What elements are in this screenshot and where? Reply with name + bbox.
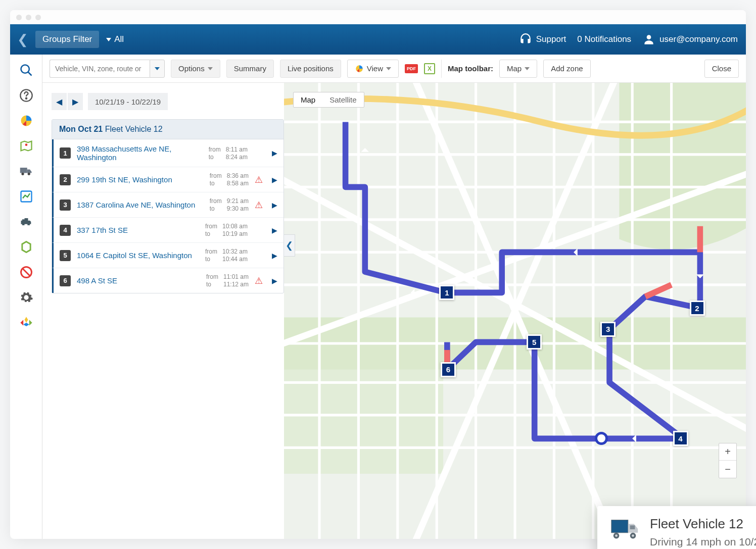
user-menu[interactable]: user@company.com [642, 33, 738, 46]
map-marker-5[interactable]: 5 [527, 334, 542, 350]
trip-times: from10:08 amto10:19 am [205, 223, 248, 237]
caret-down-icon [155, 67, 160, 70]
map-type-satellite[interactable]: Satellite [322, 92, 363, 107]
warning-icon: ⚠ [255, 199, 263, 211]
summary-button[interactable]: Summary [226, 60, 274, 78]
svg-point-51 [632, 534, 634, 537]
back-button[interactable]: ❮ [10, 32, 35, 47]
expand-icon: ▶ [272, 201, 277, 209]
expand-icon: ▶ [272, 149, 277, 157]
caret-down-icon [208, 67, 213, 70]
trip-row[interactable]: 6498 A St SEfrom11:01 amto11:12 am⚠▶ [52, 268, 284, 293]
support-label: Support [536, 34, 566, 44]
nav-help[interactable] [10, 83, 42, 108]
groups-filter-button[interactable]: Groups Filter [35, 31, 99, 48]
zoom-in-button[interactable]: + [719, 443, 736, 461]
expand-icon: ▶ [272, 252, 277, 260]
zoom-out-button[interactable]: − [719, 461, 736, 478]
date-next-button[interactable]: ▶ [68, 93, 83, 110]
map-type-map[interactable]: Map [294, 92, 322, 107]
view-button[interactable]: View [347, 60, 399, 78]
popup-status: Driving 14 mph on 10/21/19 at 10:39:14 [650, 535, 756, 549]
pie-chart-icon [355, 64, 364, 73]
svg-point-4 [26, 98, 27, 99]
page-toolbar: Options Summary Live positions View PDF … [42, 55, 746, 83]
map-layer-button[interactable]: Map [499, 60, 537, 78]
map-marker-6[interactable]: 6 [441, 362, 456, 377]
app-window: ❮ Groups Filter All Support 0 Notificati… [10, 10, 746, 539]
trip-row[interactable]: 1398 Massachusetts Ave NE, Washingtonfro… [52, 139, 284, 167]
trip-address: 337 17th St SE [77, 226, 199, 234]
add-zone-button[interactable]: Add zone [543, 60, 590, 78]
traffic-light-max[interactable] [35, 15, 41, 20]
svg-point-7 [21, 173, 24, 175]
notifications-link[interactable]: 0 Notifications [577, 34, 631, 44]
headset-icon [519, 33, 532, 46]
options-button[interactable]: Options [171, 60, 220, 78]
warning-icon: ⚠ [255, 174, 263, 185]
export-excel-button[interactable]: X [424, 63, 435, 74]
nav-trends[interactable] [10, 184, 42, 209]
caret-down-icon [386, 67, 391, 70]
nav-engine[interactable] [10, 209, 42, 234]
nav-block[interactable] [10, 260, 42, 285]
nav-settings[interactable] [10, 285, 42, 310]
trip-row[interactable]: 51064 E Capitol St SE, Washingtonfrom10:… [52, 243, 284, 268]
map-marker-3[interactable]: 3 [600, 322, 616, 337]
nav-reports[interactable] [10, 108, 42, 133]
groups-all-label: All [114, 34, 124, 44]
groups-all-dropdown[interactable]: All [106, 34, 124, 44]
map-marker-1[interactable]: 1 [439, 285, 454, 300]
nav-map[interactable] [10, 133, 42, 159]
map-container[interactable]: Map Satellite + − Fleet Veh [284, 83, 746, 539]
svg-line-12 [23, 269, 30, 276]
user-label: user@company.com [659, 34, 738, 44]
svg-point-0 [647, 35, 651, 39]
topbar-right: Support 0 Notifications user@company.com [519, 33, 738, 46]
svg-rect-45 [611, 520, 628, 532]
trip-number-badge: 5 [60, 250, 71, 261]
trip-address: 1064 E Capitol St SE, Washington [77, 251, 199, 260]
nav-rules[interactable] [10, 234, 42, 260]
trip-number-badge: 3 [60, 199, 71, 211]
warning-icon: ⚠ [255, 275, 263, 286]
traffic-light-min[interactable] [26, 15, 31, 20]
search-dropdown-toggle[interactable] [150, 60, 165, 78]
map-marker-2[interactable]: 2 [690, 301, 705, 316]
trip-row[interactable]: 4337 17th St SEfrom10:08 amto10:19 am▶ [52, 218, 284, 243]
nav-fleet[interactable] [10, 159, 42, 184]
trips-header: Mon Oct 21 Fleet Vehicle 12 [52, 120, 284, 139]
traffic-light-close[interactable] [16, 15, 22, 20]
map-background [284, 83, 746, 539]
expand-icon: ▶ [272, 176, 277, 184]
support-link[interactable]: Support [519, 33, 566, 46]
live-positions-button[interactable]: Live positions [280, 60, 341, 78]
trip-row[interactable]: 2299 19th St NE, Washingtonfrom8:36 amto… [52, 167, 284, 192]
collapse-panel-button[interactable]: ❮ [284, 234, 295, 257]
trip-address: 299 19th St NE, Washington [77, 175, 204, 184]
trip-times: from10:32 amto10:44 am [205, 248, 248, 263]
trip-number-badge: 1 [60, 147, 71, 159]
truck-icon [609, 516, 641, 543]
map-marker-4[interactable]: 4 [673, 431, 688, 446]
search-input[interactable] [50, 60, 150, 78]
trips-day: Mon Oct 21 [59, 125, 103, 133]
export-pdf-button[interactable]: PDF [405, 64, 418, 73]
trip-address: 498 A St SE [77, 276, 200, 285]
window-titlebar [10, 10, 746, 24]
caret-down-icon [525, 67, 530, 70]
trip-row[interactable]: 31387 Carolina Ave NE, Washingtonfrom9:2… [52, 192, 284, 218]
nav-marketplace[interactable] [10, 310, 42, 335]
map-toolbar-label: Map toolbar: [448, 64, 493, 73]
close-button[interactable]: Close [704, 60, 739, 78]
trip-times: from9:21 amto9:30 am [210, 197, 249, 212]
trips-panel: ◀ ▶ 10/21/19 - 10/22/19 Mon Oct 21 Fleet… [42, 83, 284, 539]
svg-line-2 [28, 72, 32, 76]
trip-times: from8:11 amto8:24 am [209, 146, 248, 161]
trip-number-badge: 4 [60, 225, 71, 236]
date-range-display[interactable]: 10/21/19 - 10/22/19 [88, 93, 168, 110]
topbar: ❮ Groups Filter All Support 0 Notificati… [10, 24, 746, 55]
date-prev-button[interactable]: ◀ [52, 93, 67, 110]
nav-search[interactable] [10, 58, 42, 83]
side-nav [10, 55, 42, 539]
